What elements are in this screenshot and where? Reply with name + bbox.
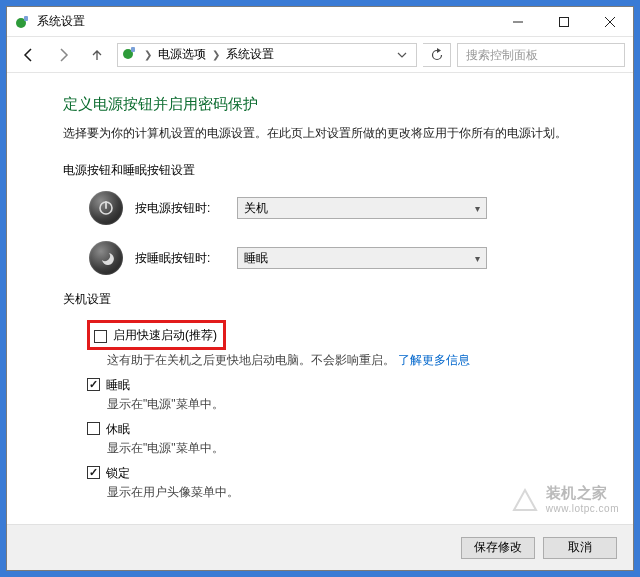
fast-startup-desc: 这有助于在关机之后更快地启动电脑。不会影响重启。 了解更多信息 — [107, 352, 601, 369]
svg-rect-1 — [24, 16, 28, 21]
sleep-button-value: 睡眠 — [244, 250, 268, 267]
fast-startup-label: 启用快速启动(推荐) — [113, 327, 217, 344]
power-button-value: 关机 — [244, 200, 268, 217]
sleep-button-label: 按睡眠按钮时: — [135, 250, 225, 267]
fast-startup-checkbox[interactable] — [94, 330, 107, 343]
window: 系统设置 ❯ 电源选项 — [6, 6, 634, 571]
search-box[interactable] — [457, 43, 625, 67]
lock-checkbox[interactable] — [87, 466, 100, 479]
address-bar[interactable]: ❯ 电源选项 ❯ 系统设置 — [117, 43, 417, 67]
back-button[interactable] — [15, 41, 43, 69]
maximize-button[interactable] — [541, 7, 587, 37]
learn-more-link[interactable]: 了解更多信息 — [398, 353, 470, 367]
lock-option-desc: 显示在用户头像菜单中。 — [107, 484, 601, 501]
svg-rect-2 — [560, 17, 569, 26]
hibernate-checkbox[interactable] — [87, 422, 100, 435]
search-input[interactable] — [464, 47, 618, 63]
breadcrumb-item[interactable]: 系统设置 — [226, 46, 274, 63]
chevron-down-icon: ▾ — [475, 253, 480, 264]
nav-row: ❯ 电源选项 ❯ 系统设置 — [7, 37, 633, 73]
section-title-buttons: 电源按钮和睡眠按钮设置 — [63, 162, 601, 179]
power-button-row: 按电源按钮时: 关机 ▾ — [89, 191, 601, 225]
breadcrumb-item[interactable]: 电源选项 — [158, 46, 206, 63]
chevron-down-icon: ▾ — [475, 203, 480, 214]
breadcrumb-sep-icon: ❯ — [142, 49, 154, 60]
lock-option-label: 锁定 — [106, 465, 130, 482]
hibernate-option-label: 休眠 — [106, 421, 130, 438]
sleep-checkbox[interactable] — [87, 378, 100, 391]
hibernate-option-desc: 显示在"电源"菜单中。 — [107, 440, 601, 457]
address-dropdown-icon[interactable] — [392, 44, 412, 66]
sleep-option-label: 睡眠 — [106, 377, 130, 394]
sleep-button-row: 按睡眠按钮时: 睡眠 ▾ — [89, 241, 601, 275]
power-icon — [89, 191, 123, 225]
watermark-url: www.lotpc.com — [546, 503, 619, 514]
sleep-button-select[interactable]: 睡眠 ▾ — [237, 247, 487, 269]
section-title-shutdown: 关机设置 — [63, 291, 601, 308]
titlebar: 系统设置 — [7, 7, 633, 37]
window-title: 系统设置 — [37, 13, 85, 30]
svg-rect-4 — [131, 47, 135, 52]
footer: 保存修改 取消 — [7, 524, 633, 570]
fast-startup-desc-text: 这有助于在关机之后更快地启动电脑。不会影响重启。 — [107, 353, 395, 367]
content-area: 定义电源按钮并启用密码保护 选择要为你的计算机设置的电源设置。在此页上对设置所做… — [7, 73, 633, 524]
cancel-button[interactable]: 取消 — [543, 537, 617, 559]
shutdown-settings: 启用快速启动(推荐) 这有助于在关机之后更快地启动电脑。不会影响重启。 了解更多… — [87, 320, 601, 501]
sleep-option-desc: 显示在"电源"菜单中。 — [107, 396, 601, 413]
fast-startup-highlight: 启用快速启动(推荐) — [87, 320, 226, 350]
control-panel-icon — [122, 45, 138, 64]
up-button[interactable] — [83, 41, 111, 69]
page-heading: 定义电源按钮并启用密码保护 — [63, 95, 601, 114]
page-subtitle: 选择要为你的计算机设置的电源设置。在此页上对设置所做的更改将应用于你所有的电源计… — [63, 124, 601, 142]
forward-button[interactable] — [49, 41, 77, 69]
save-button[interactable]: 保存修改 — [461, 537, 535, 559]
refresh-button[interactable] — [423, 43, 451, 67]
power-button-select[interactable]: 关机 ▾ — [237, 197, 487, 219]
close-button[interactable] — [587, 7, 633, 37]
power-button-label: 按电源按钮时: — [135, 200, 225, 217]
breadcrumb-sep-icon: ❯ — [210, 49, 222, 60]
app-icon — [15, 14, 31, 30]
minimize-button[interactable] — [495, 7, 541, 37]
sleep-icon — [89, 241, 123, 275]
